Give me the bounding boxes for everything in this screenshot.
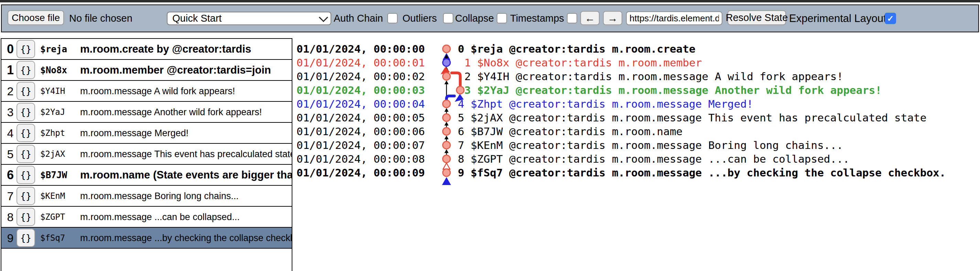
event-summary: m.room.message Another wild fork appears… xyxy=(80,107,262,117)
event-id: $2YaJ xyxy=(40,107,65,117)
view-json-button[interactable]: {} xyxy=(16,40,35,58)
timestamps-checkbox[interactable] xyxy=(567,13,577,23)
event-id: $B7JW xyxy=(40,170,67,180)
event-list-row-6[interactable]: 6 {} $B7JW m.room.name (State events are… xyxy=(2,165,292,186)
timestamp: 01/01/2024, 00:00:04 xyxy=(296,98,425,110)
choose-file-button[interactable]: Choose file xyxy=(8,10,64,25)
event-id: $reja xyxy=(40,44,67,54)
dag-event-label: 7 $KEnM @creator:tardis m.room.message B… xyxy=(458,139,843,151)
dag-timeline-panel: 01/01/2024, 00:00:00 01/01/2024, 00:00:0… xyxy=(293,38,980,271)
preset-select[interactable]: Quick Start xyxy=(167,12,331,25)
event-list-row-3[interactable]: 3 {} $2YaJ m.room.message Another wild f… xyxy=(2,102,292,123)
timestamp: 01/01/2024, 00:00:05 xyxy=(296,112,425,124)
experimental-layout-label: Experimental Layout xyxy=(789,5,886,32)
timestamp: 01/01/2024, 00:00:02 xyxy=(296,70,425,83)
timestamp: 01/01/2024, 00:00:01 xyxy=(296,56,425,69)
top-window-strip xyxy=(0,0,980,2)
event-id: $fSq7 xyxy=(40,233,65,243)
dag-event-label: 9 $fSq7 @creator:tardis m.room.message .… xyxy=(458,166,946,179)
timestamp: 01/01/2024, 00:00:03 xyxy=(296,84,425,96)
timestamp: 01/01/2024, 00:00:06 xyxy=(296,125,425,137)
outliers-checkbox[interactable] xyxy=(443,13,453,23)
timestamp: 01/01/2024, 00:00:08 xyxy=(296,153,425,165)
file-status-text: No file chosen xyxy=(69,5,132,32)
event-list-row-2[interactable]: 2 {} $Y4IH m.room.message A wild fork ap… xyxy=(2,81,292,102)
event-list-row-1[interactable]: 1 {} $No8x m.room.member @creator:tardis… xyxy=(2,60,292,81)
dag-node-2[interactable] xyxy=(443,73,450,80)
event-id: $Zhpt xyxy=(40,128,65,138)
view-json-button[interactable]: {} xyxy=(16,208,35,226)
event-index: 4 xyxy=(4,126,16,140)
collapse-checkbox[interactable] xyxy=(497,13,507,23)
event-index: 2 xyxy=(4,84,16,98)
dag-event-label: 6 $B7JW @creator:tardis m.room.name xyxy=(458,125,682,137)
dag-event-label: 5 $2jAX @creator:tardis m.room.message T… xyxy=(458,112,926,124)
event-id: $ZGPT xyxy=(40,212,65,222)
event-list-row-0[interactable]: 0 {} $reja m.room.create by @creator:tar… xyxy=(2,39,292,60)
auth-chain-checkbox[interactable] xyxy=(387,13,398,23)
outliers-label: Outliers xyxy=(402,5,437,32)
view-json-button[interactable]: {} xyxy=(16,187,35,205)
event-index: 7 xyxy=(4,189,16,202)
dag-event-label: 8 $ZGPT @creator:tardis m.room.message .… xyxy=(458,153,849,165)
dag-node-8[interactable] xyxy=(443,155,450,163)
experimental-layout-checkbox[interactable]: ✓ xyxy=(885,13,896,24)
dag-node-6[interactable] xyxy=(443,128,450,135)
event-summary: m.room.name (State events are bigger tha… xyxy=(80,169,292,181)
event-index: 1 xyxy=(4,63,16,77)
event-summary: m.room.message ...can be collapsed... xyxy=(80,212,240,222)
step-back-button[interactable]: ← xyxy=(580,11,600,25)
auth-chain-label: Auth Chain xyxy=(334,5,383,32)
event-index: 9 xyxy=(4,231,16,244)
view-json-button[interactable]: {} xyxy=(16,229,35,247)
event-id: $Y4IH xyxy=(40,86,65,96)
view-json-button[interactable]: {} xyxy=(16,166,35,184)
event-list: 0 {} $reja m.room.create by @creator:tar… xyxy=(1,38,293,271)
event-summary: m.room.message This event has precalcula… xyxy=(80,148,292,159)
event-list-row-9-selected[interactable]: 9 {} $fSq7 m.room.message ...by checking… xyxy=(2,228,292,249)
view-json-button[interactable]: {} xyxy=(16,82,35,100)
view-json-button[interactable]: {} xyxy=(16,124,35,142)
event-index: 8 xyxy=(4,210,16,223)
dag-node-9[interactable] xyxy=(443,169,450,177)
event-list-row-7[interactable]: 7 {} $KEnM m.room.message Boring long ch… xyxy=(2,186,292,207)
dag-node-4[interactable] xyxy=(443,100,450,108)
event-list-row-5[interactable]: 5 {} $2jAX m.room.message This event has… xyxy=(2,144,292,165)
current-position-marker xyxy=(442,177,451,185)
step-forward-button[interactable]: → xyxy=(603,11,622,25)
event-summary: m.room.message Boring long chains... xyxy=(80,191,239,201)
event-list-row-4[interactable]: 4 {} $Zhpt m.room.message Merged! xyxy=(2,123,292,144)
event-index: 5 xyxy=(4,147,16,161)
event-summary: m.room.create by @creator:tardis xyxy=(80,43,251,55)
event-summary: m.room.message ...by checking the collap… xyxy=(80,233,292,243)
server-url-input[interactable] xyxy=(626,11,722,25)
view-json-button[interactable]: {} xyxy=(16,145,35,163)
dag-event-label: 4 $Zhpt @creator:tardis m.room.message M… xyxy=(458,98,753,110)
view-json-button[interactable]: {} xyxy=(16,61,35,79)
event-id: $2jAX xyxy=(40,149,65,159)
dag-event-label: 0 $reja @creator:tardis m.room.create xyxy=(458,43,695,55)
dag-node-3[interactable] xyxy=(457,86,464,94)
view-json-button[interactable]: {} xyxy=(16,103,35,121)
event-index: 6 xyxy=(4,168,16,182)
event-index: 0 xyxy=(4,42,16,56)
dag-edge-blue-4-3 xyxy=(447,96,454,100)
preset-selected-value: Quick Start xyxy=(172,13,221,24)
chevron-down-icon xyxy=(319,13,328,22)
timestamps-label: Timestamps xyxy=(510,5,564,32)
dag-node-7[interactable] xyxy=(443,141,450,149)
event-id: $KEnM xyxy=(40,191,65,201)
dag-event-label: 1 $No8x @creator:tardis m.room.member xyxy=(465,56,702,69)
dag-node-5[interactable] xyxy=(443,114,450,121)
resolve-state-button[interactable]: Resolve State xyxy=(727,10,786,25)
timestamp: 01/01/2024, 00:00:07 xyxy=(296,139,425,151)
timestamp: 01/01/2024, 00:00:00 xyxy=(296,43,425,55)
tardis-app: Choose file No file chosen Quick Start A… xyxy=(0,0,980,271)
event-summary: m.room.member @creator:tardis=join xyxy=(80,64,271,77)
dag-event-label: 2 $Y4IH @creator:tardis m.room.message A… xyxy=(465,70,843,83)
dag-node-0[interactable] xyxy=(443,45,450,53)
dag-edge-red-3-1 xyxy=(452,73,460,86)
dag-node-1[interactable] xyxy=(443,59,450,66)
collapse-label: Collapse xyxy=(455,5,494,32)
event-list-row-8[interactable]: 8 {} $ZGPT m.room.message ...can be coll… xyxy=(2,207,292,228)
